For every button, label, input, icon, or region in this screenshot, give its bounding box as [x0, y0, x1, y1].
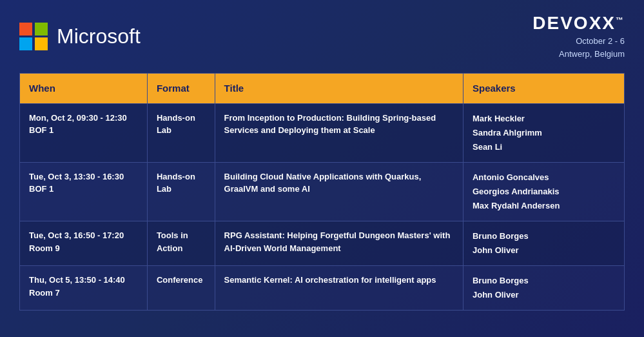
schedule-table: When Format Title Speakers Mon, Oct 2, 0… [19, 73, 625, 311]
table-row: Tue, Oct 3, 16:50 - 17:20Room 9 Tools in… [20, 221, 625, 266]
microsoft-label: Microsoft [57, 25, 141, 48]
cell-title: Building Cloud Native Applications with … [215, 162, 463, 221]
col-header-format: Format [147, 74, 215, 104]
logo-area: Microsoft [19, 23, 141, 51]
cell-format: Hands-on Lab [147, 103, 215, 162]
devoxx-brand: DEVOXX™ [532, 13, 625, 34]
devoxx-dates: October 2 - 6 Antwerp, Belgium [532, 35, 625, 60]
cell-speakers: Bruno BorgesJohn Oliver [463, 266, 624, 311]
logo-yellow-square [35, 37, 48, 50]
cell-when: Thu, Oct 5, 13:50 - 14:40Room 7 [20, 266, 148, 311]
cell-speakers: Bruno BorgesJohn Oliver [463, 221, 624, 266]
devoxx-info: DEVOXX™ October 2 - 6 Antwerp, Belgium [532, 13, 625, 60]
cell-when: Tue, Oct 3, 13:30 - 16:30BOF 1 [20, 162, 148, 221]
cell-title: Semantic Kernel: AI orchestration for in… [215, 266, 463, 311]
cell-title: RPG Assistant: Helping Forgetful Dungeon… [215, 221, 463, 266]
microsoft-logo-icon [19, 23, 48, 51]
col-header-speakers: Speakers [463, 74, 624, 104]
cell-speakers: Mark HecklerSandra AhlgrimmSean Li [463, 103, 624, 162]
cell-title: From Inception to Production: Building S… [215, 103, 463, 162]
main-container: Microsoft DEVOXX™ October 2 - 6 Antwerp,… [0, 0, 644, 337]
table-row: Mon, Oct 2, 09:30 - 12:30BOF 1 Hands-on … [20, 103, 625, 162]
table-row: Tue, Oct 3, 13:30 - 16:30BOF 1 Hands-on … [20, 162, 625, 221]
cell-format: Conference [147, 266, 215, 311]
logo-green-square [35, 23, 48, 36]
table-header-row: When Format Title Speakers [20, 74, 625, 104]
logo-red-square [19, 23, 32, 36]
cell-when: Mon, Oct 2, 09:30 - 12:30BOF 1 [20, 103, 148, 162]
cell-format: Tools in Action [147, 221, 215, 266]
cell-speakers: Antonio GoncalvesGeorgios AndrianakisMax… [463, 162, 624, 221]
header: Microsoft DEVOXX™ October 2 - 6 Antwerp,… [19, 13, 625, 60]
table-row: Thu, Oct 5, 13:50 - 14:40Room 7 Conferen… [20, 266, 625, 311]
cell-format: Hands-on Lab [147, 162, 215, 221]
cell-when: Tue, Oct 3, 16:50 - 17:20Room 9 [20, 221, 148, 266]
logo-blue-square [19, 37, 32, 50]
col-header-title: Title [215, 74, 463, 104]
col-header-when: When [20, 74, 148, 104]
